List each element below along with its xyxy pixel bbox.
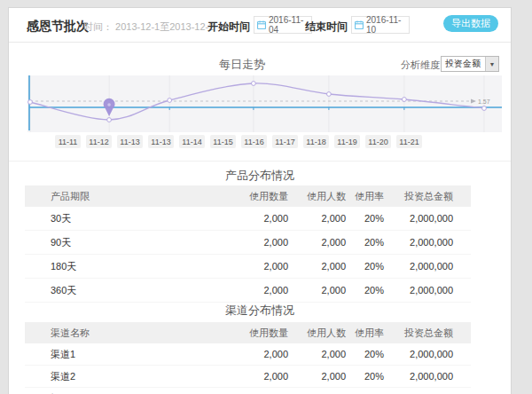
end-date-input[interactable]: 2016-11-10 <box>351 16 410 34</box>
x-axis-labels: 11-1111-1211-1311-1311-1411-1511-1611-17… <box>55 135 422 148</box>
page-title: 感恩节批次 <box>27 19 89 35</box>
table-cell: 20% <box>346 207 384 231</box>
table-row: 180天2,0002,00020%2,000,000 <box>25 255 471 279</box>
column-header: 产品期限 <box>25 185 217 207</box>
highlight-balloon-marker[interactable] <box>104 98 115 116</box>
data-point-marker <box>326 92 331 97</box>
table-cell: 2,000,000 <box>384 279 453 303</box>
export-data-button[interactable]: 导出数据 <box>443 15 498 32</box>
dimension-select[interactable]: 投资金额 ▼ <box>441 56 499 72</box>
x-axis-label: 11-13 <box>148 135 174 148</box>
table-cell: 2,000 <box>288 255 346 279</box>
calendar-icon <box>257 20 266 29</box>
table-cell: 2,000 <box>288 207 346 231</box>
channel-table: 渠道名称使用数量使用人数使用率投资总金额渠道12,0002,00020%2,00… <box>25 322 471 394</box>
column-header: 使用数量 <box>217 322 288 343</box>
x-axis-label: 11-18 <box>303 135 329 148</box>
column-header: 投资总金额 <box>384 322 453 343</box>
table-cell: 2,000,000 <box>384 388 453 394</box>
table-cell: 20% <box>346 279 384 303</box>
table-row: 渠道32,0002,00020%2,000,000 <box>25 388 471 394</box>
average-arrow-icon <box>471 99 476 104</box>
table-cell: 2,000,000 <box>384 231 453 255</box>
table-row: 30天2,0002,00020%2,000,000 <box>25 207 471 231</box>
table-cell: 2,000 <box>288 343 346 366</box>
balloon-inner-dot <box>107 103 111 106</box>
table-cell: 20% <box>346 255 384 279</box>
trend-line <box>30 83 484 120</box>
table-row: 360天2,0002,00020%2,000,000 <box>25 279 471 303</box>
x-axis-label: 11-13 <box>117 135 143 148</box>
x-axis-label: 11-21 <box>396 135 422 148</box>
table-cell: 20% <box>346 343 384 366</box>
table-spacer <box>453 207 471 231</box>
column-header: 使用数量 <box>217 185 288 207</box>
table-spacer <box>453 366 471 388</box>
table-row: 渠道12,0002,00020%2,000,000 <box>25 343 471 366</box>
table-cell: 2,000 <box>217 366 288 388</box>
data-point-marker <box>28 100 33 105</box>
start-date-value: 2016-11-04 <box>269 15 309 35</box>
average-value-label: 1.57 <box>478 98 490 105</box>
end-time-label: 结束时间 <box>305 20 348 35</box>
table-cell: 20% <box>346 388 384 394</box>
data-point-marker <box>252 82 256 86</box>
table-cell: 2,000 <box>288 279 346 303</box>
data-point-marker <box>402 98 406 102</box>
table-cell: 180天 <box>25 255 217 279</box>
product-table-title: 产品分布情况 <box>9 168 511 184</box>
column-header: 渠道名称 <box>25 322 217 343</box>
data-point-marker <box>482 106 487 111</box>
table-spacer <box>453 343 471 366</box>
table-cell: 20% <box>346 231 384 255</box>
table-cell: 2,000 <box>217 343 288 366</box>
section-divider <box>9 161 511 162</box>
table-cell: 2,000 <box>217 207 288 231</box>
table-spacer <box>453 279 471 303</box>
table-row: 渠道22,0002,00020%2,000,000 <box>25 366 471 388</box>
table-header-row: 产品期限使用数量使用人数使用率投资总金额 <box>25 185 471 207</box>
table-spacer <box>453 255 471 279</box>
column-header: 投资总金额 <box>384 185 453 207</box>
batch-time-range: 时间： 2013-12-1至2013-12-2 <box>83 20 214 34</box>
table-cell: 2,000 <box>288 366 346 388</box>
calendar-icon <box>355 20 364 29</box>
product-table: 产品期限使用数量使用人数使用率投资总金额30天2,0002,00020%2,00… <box>25 185 471 303</box>
start-date-input[interactable]: 2016-11-04 <box>254 16 312 34</box>
analysis-dimension-label: 分析维度 <box>401 59 440 72</box>
table-spacer <box>453 322 471 343</box>
dashboard-card: 感恩节批次 时间： 2013-12-1至2013-12-2 开始时间 2016-… <box>8 7 512 394</box>
dimension-select-value: 投资金额 <box>442 58 485 70</box>
x-axis-label: 11-20 <box>365 135 391 148</box>
table-cell: 30天 <box>25 207 217 231</box>
column-header: 使用率 <box>346 322 384 343</box>
table-cell: 2,000 <box>217 255 288 279</box>
table-cell: 渠道1 <box>25 343 217 366</box>
table-spacer <box>453 231 471 255</box>
daily-trend-chart[interactable]: 1.57 <box>27 75 502 132</box>
start-time-label: 开始时间 <box>207 20 250 35</box>
table-header-row: 渠道名称使用数量使用人数使用率投资总金额 <box>25 322 471 343</box>
table-cell: 2,000 <box>217 279 288 303</box>
x-axis-label: 11-17 <box>272 135 298 148</box>
data-point-marker <box>168 98 172 103</box>
table-cell: 渠道3 <box>25 388 217 394</box>
table-cell: 2,000 <box>217 231 288 255</box>
table-cell: 90天 <box>25 231 217 255</box>
table-cell: 2,000,000 <box>384 255 453 279</box>
table-cell: 2,000,000 <box>384 207 453 231</box>
x-axis-label: 11-12 <box>86 135 112 148</box>
table-cell: 2,000 <box>217 388 288 394</box>
header-bar: 感恩节批次 时间： 2013-12-1至2013-12-2 开始时间 2016-… <box>9 8 511 43</box>
table-spacer <box>453 388 471 394</box>
column-header: 使用人数 <box>288 322 346 343</box>
end-date-value: 2016-11-10 <box>366 15 406 35</box>
x-axis-label: 11-16 <box>241 135 267 148</box>
column-header: 使用人数 <box>288 185 346 207</box>
chevron-down-icon: ▼ <box>485 57 498 71</box>
x-axis-label: 11-15 <box>210 135 236 148</box>
table-cell: 2,000,000 <box>384 343 453 366</box>
table-row: 90天2,0002,00020%2,000,000 <box>25 231 471 255</box>
table-cell: 20% <box>346 366 384 388</box>
table-cell: 2,000 <box>288 388 346 394</box>
